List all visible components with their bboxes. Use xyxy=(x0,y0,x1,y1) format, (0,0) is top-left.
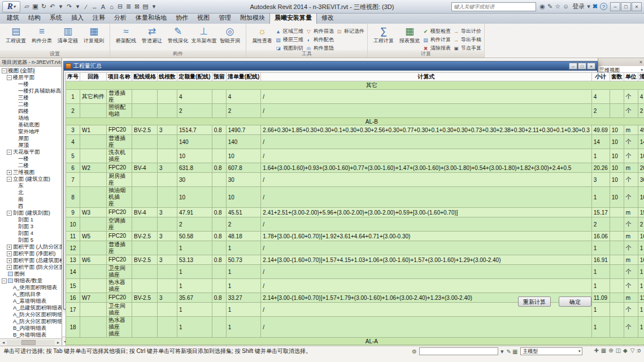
thin-lines-icon[interactable]: ≣ xyxy=(124,2,133,12)
project-settings-button[interactable]: ▤工程设置 xyxy=(3,25,29,51)
table-row[interactable]: 3W1FPC20BV-2.531514.70.81490.72.66+0.30+… xyxy=(66,125,644,135)
table-row[interactable]: 8抽油烟机插 座1010/110个1010 xyxy=(66,187,644,208)
browser-item[interactable]: 南 xyxy=(0,196,62,203)
browser-item[interactable]: 二楼 xyxy=(0,162,62,169)
collapse-icon[interactable]: − xyxy=(7,150,12,155)
component-filter-button[interactable]: ▽构件筛选 xyxy=(306,27,334,36)
table-row[interactable]: 5洗衣机插座1010/110个1010 xyxy=(66,149,644,163)
browser-item[interactable]: −剖面 (建筑剖面) xyxy=(0,210,62,216)
ribbon-tab[interactable]: 视图 xyxy=(193,12,214,24)
browser-item[interactable]: B_内墙明细表 xyxy=(0,325,62,332)
table-row[interactable]: 11W5FPC20BV-2.5350.580.848.181.78+[3.00-… xyxy=(66,232,644,241)
drag-on-selection-icon[interactable]: ◆ xyxy=(623,347,628,354)
maximize-icon[interactable]: □ xyxy=(621,2,631,11)
pipe-avoidance-button[interactable]: ⇄管道避让 xyxy=(139,25,165,51)
browser-item[interactable]: −明细表/数量 xyxy=(0,277,62,284)
close-icon[interactable]: × xyxy=(60,60,62,65)
component-calc-button[interactable]: ▤构件计算 xyxy=(423,36,451,44)
open-icon[interactable]: ▱ xyxy=(23,2,31,12)
select-pinned-icon[interactable]: ⊕ xyxy=(608,347,613,354)
browser-horizontal-scrollbar[interactable]: ◂ ▸ xyxy=(0,338,62,346)
browser-item[interactable]: A_防火分区面积明细表 1 xyxy=(0,318,62,325)
property-view-button[interactable]: ☼属性查看 xyxy=(249,25,275,51)
browser-item[interactable]: −视图 (全部) xyxy=(0,67,62,74)
ribbon-tab[interactable]: 注释 xyxy=(88,12,110,24)
select-links-icon[interactable]: ✚ xyxy=(594,347,598,354)
minimize-icon[interactable]: – xyxy=(610,2,620,11)
app-menu-button[interactable]: R▾ xyxy=(2,1,20,12)
scrollbar-track[interactable] xyxy=(7,340,55,345)
calc-rules-button[interactable]: ▦计算规则 xyxy=(81,25,107,51)
ribbon-tab[interactable]: 系统 xyxy=(45,12,67,24)
region-3d-button[interactable]: ▲区域三维 xyxy=(275,27,303,36)
close-hidden-windows-icon[interactable]: ⊠ xyxy=(133,2,141,12)
expand-icon[interactable]: + xyxy=(7,245,12,250)
list-quota-button[interactable]: ▥清单定额 xyxy=(55,25,81,51)
subscription-icon[interactable]: ✎ xyxy=(547,3,552,10)
table-row[interactable]: 9W3FPC20BV-4347.910.845.512.41+2.51+(3.0… xyxy=(66,208,644,217)
browser-item[interactable]: 北 xyxy=(0,189,62,196)
table-row[interactable]: 2照明配电箱22/2个22 xyxy=(66,104,644,118)
filter-icon[interactable]: ▽ xyxy=(630,347,635,354)
browser-item[interactable]: +面积平面 (总建筑面积) xyxy=(0,257,62,264)
browser-item[interactable]: 图例 xyxy=(0,271,62,277)
browser-item[interactable]: 基础底图 xyxy=(0,121,62,128)
table-row[interactable]: 7厨房插座3030/310个3030 xyxy=(66,173,644,187)
ribbon-tab[interactable]: 管理 xyxy=(214,12,236,24)
browser-item[interactable]: 剖面 1 xyxy=(0,216,62,223)
expand-icon[interactable]: + xyxy=(7,265,12,270)
collapse-icon[interactable]: − xyxy=(7,177,12,182)
report-preview-button[interactable]: ▦报表预览 xyxy=(397,25,423,51)
ribbon-tab[interactable]: 晨曦安装算量 xyxy=(269,12,317,24)
table-row[interactable]: 4普通插座140140/1410个140140 xyxy=(66,135,644,149)
browser-item[interactable]: 西 xyxy=(0,203,62,210)
select-by-face-icon[interactable]: ◫ xyxy=(616,347,621,354)
dialog-title-bar[interactable]: 工程量汇总 –□× xyxy=(64,62,597,71)
default-3d-view-icon[interactable]: ⌂ xyxy=(107,2,116,12)
scrollbar-thumb[interactable] xyxy=(21,340,36,345)
undo-icon[interactable]: ↶ xyxy=(48,2,56,12)
ribbon-tab[interactable]: 结构 xyxy=(24,12,45,24)
exchange-apps-icon[interactable]: ✖ xyxy=(593,3,598,10)
table-row[interactable]: 1其它构件普通插座44/4个44 xyxy=(66,90,644,104)
export-draft-button[interactable]: →导出手稿 xyxy=(453,36,481,44)
measure-icon[interactable]: ∕ xyxy=(82,2,90,12)
browser-item[interactable]: +面积平面 (防火分区面积) xyxy=(0,264,62,271)
account-icon[interactable]: ☺ xyxy=(563,3,569,10)
floor-3d-button[interactable]: ▤楼层三维 xyxy=(275,36,303,44)
browser-item[interactable]: B_外墙明细表 xyxy=(0,332,62,338)
ribbon-tab[interactable]: 协作 xyxy=(171,12,193,24)
browser-item[interactable]: 三楼 xyxy=(0,94,62,101)
scroll-left-icon[interactable]: ◂ xyxy=(0,340,7,345)
section-icon[interactable]: ⊟ xyxy=(116,2,124,12)
browser-item[interactable]: +三维视图 xyxy=(0,169,62,176)
sync-icon[interactable]: ↻ xyxy=(40,2,48,12)
hanger-layout-button[interactable]: ⊥支吊架布置 xyxy=(191,25,217,51)
component-color-button[interactable]: ◐构件配色 xyxy=(306,36,334,44)
redo-dropdown-icon[interactable]: ▾ xyxy=(73,2,82,12)
expand-icon[interactable]: + xyxy=(7,251,12,256)
expand-icon[interactable]: + xyxy=(7,170,12,175)
collapse-icon[interactable]: − xyxy=(2,68,7,73)
browser-item[interactable]: 剖面 3 xyxy=(0,223,62,230)
table-row[interactable]: 6W2FPC20BV-43631.80.8607.81.64+(3.00-1.6… xyxy=(66,163,644,173)
table-row[interactable]: 18热水器插座 插座11/1个11 xyxy=(66,317,644,338)
browser-item[interactable]: +面积平面 (净面积) xyxy=(0,250,62,257)
ribbon-tab[interactable]: 修改 xyxy=(317,12,338,24)
ribbon-tab[interactable]: 体量和场地 xyxy=(131,12,171,24)
table-row[interactable]: 13W6FPC20BV-2.5353.130.850.732.14+[3.00-… xyxy=(66,255,644,265)
ribbon-tab[interactable]: 插入 xyxy=(67,12,88,24)
table-row[interactable]: 14卫生间插座11/1个11 xyxy=(66,265,644,279)
expand-icon[interactable]: + xyxy=(7,258,12,263)
browser-item[interactable]: 一楼 xyxy=(0,155,62,162)
chevron-down-icon[interactable]: ▾ xyxy=(587,3,590,10)
collapse-icon[interactable]: − xyxy=(2,278,7,284)
browser-item[interactable]: A_使用面积明细表 xyxy=(0,284,62,291)
save-icon[interactable]: ▣ xyxy=(31,2,40,12)
design-option-select[interactable]: 主模型 ▾ xyxy=(520,347,582,355)
search-input[interactable] xyxy=(451,2,536,11)
aligned-dimension-icon[interactable]: ↔ xyxy=(90,2,99,12)
browser-item[interactable]: 屋顶 xyxy=(0,142,62,149)
mark-parts-button[interactable]: ⊡标记选件 xyxy=(336,27,364,36)
collapse-icon[interactable]: − xyxy=(7,75,12,80)
